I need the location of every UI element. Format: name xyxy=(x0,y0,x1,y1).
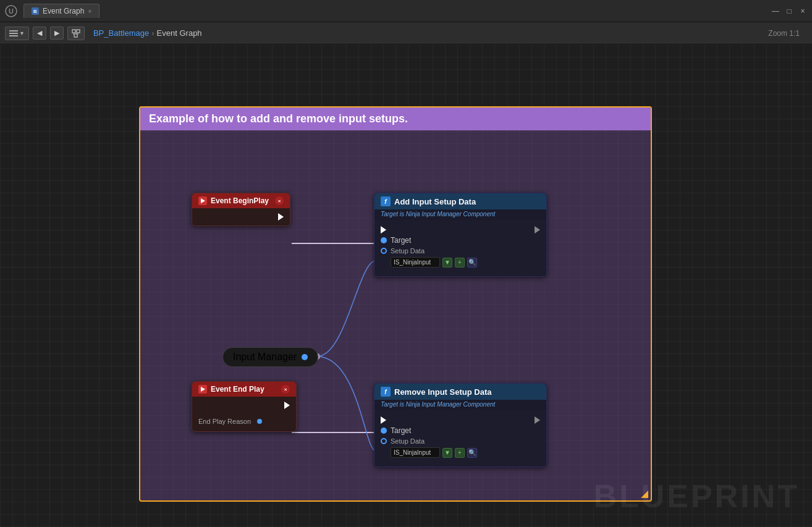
input-manager-output-pin[interactable] xyxy=(302,354,308,360)
remove-setup-data-row: Setup Data xyxy=(381,437,540,445)
remove-setup-data-input[interactable] xyxy=(391,447,440,458)
ue-logo: U xyxy=(5,5,17,17)
toolbar: ▼ ◀ ▶ BP_Battlemage › Event Graph Zoom 1… xyxy=(0,22,812,44)
add-setup-data-input-row: ▼ + 🔍 xyxy=(381,257,540,268)
add-target-label: Target xyxy=(391,236,411,245)
svg-rect-5 xyxy=(9,33,18,34)
end-play-reason-label: End Play Reason xyxy=(198,418,251,425)
svg-rect-9 xyxy=(74,34,77,37)
add-exec-in-pin[interactable] xyxy=(381,226,386,234)
add-input-setup-title: Add Input Setup Data xyxy=(394,197,476,206)
add-setup-data-pin[interactable] xyxy=(381,248,387,254)
add-input-setup-subtitle: Target is Ninja Input Manager Component xyxy=(374,209,546,220)
remove-setup-data-input-row: ▼ + 🔍 xyxy=(381,447,540,458)
add-setup-data-input[interactable] xyxy=(391,257,440,268)
event-end-play-header: Event End Play × xyxy=(192,382,296,397)
canvas-area[interactable]: Example of how to add and remove input s… xyxy=(0,44,812,527)
remove-target-pin[interactable] xyxy=(381,428,387,434)
remove-setup-data-pin[interactable] xyxy=(381,438,387,444)
add-input-setup-node[interactable]: f Add Input Setup Data Target is Ninja I… xyxy=(374,193,547,277)
remove-setup-data-search[interactable]: 🔍 xyxy=(467,448,477,458)
exec-out-pin-end[interactable] xyxy=(284,402,290,409)
remove-setup-data-actions: ▼ + 🔍 xyxy=(442,448,477,458)
hierarchy-btn[interactable] xyxy=(67,27,85,40)
remove-exec-out-pin[interactable] xyxy=(535,416,540,424)
comment-resize-corner[interactable] xyxy=(641,491,648,498)
input-manager-label: Input Manager xyxy=(233,352,297,363)
zoom-level: Zoom 1:1 xyxy=(768,29,800,38)
event-begin-play-node[interactable]: Event BeginPlay × xyxy=(192,193,290,226)
add-input-setup-header: f Add Input Setup Data xyxy=(374,193,546,209)
back-btn[interactable]: ◀ xyxy=(33,27,46,40)
event-end-play-close[interactable]: × xyxy=(281,385,290,394)
event-end-icon xyxy=(198,385,207,394)
event-end-play-body xyxy=(192,397,296,414)
add-target-pin[interactable] xyxy=(381,237,387,243)
comment-text: Example of how to add and remove input s… xyxy=(149,112,408,125)
add-target-row: Target xyxy=(381,236,540,245)
hierarchy-icon xyxy=(72,29,80,38)
input-manager-node[interactable]: Input Manager xyxy=(222,347,318,367)
event-begin-play-title: Event BeginPlay xyxy=(211,196,269,205)
close-btn[interactable]: × xyxy=(798,7,807,15)
add-setup-data-search[interactable]: 🔍 xyxy=(467,258,477,268)
remove-input-setup-subtitle: Target is Ninja Input Manager Component xyxy=(374,400,546,410)
breadcrumb-root[interactable]: BP_Battlemage xyxy=(93,28,149,38)
function-icon-remove: f xyxy=(381,387,391,397)
remove-setup-data-label: Setup Data xyxy=(391,437,425,445)
svg-rect-4 xyxy=(9,30,18,32)
breadcrumb-separator: › xyxy=(151,28,154,38)
svg-marker-15 xyxy=(201,198,205,203)
svg-marker-16 xyxy=(201,387,205,392)
add-setup-data-label: Setup Data xyxy=(391,247,425,255)
add-setup-data-actions: ▼ + 🔍 xyxy=(442,258,477,268)
add-setup-data-dropdown[interactable]: ▼ xyxy=(442,258,452,268)
svg-text:B: B xyxy=(33,9,37,14)
event-graph-tab[interactable]: B Event Graph × xyxy=(23,4,99,18)
remove-input-setup-title: Remove Input Setup Data xyxy=(394,387,491,397)
remove-exec-in-pin[interactable] xyxy=(381,416,386,424)
remove-exec-row xyxy=(381,416,540,424)
add-setup-data-add[interactable]: + xyxy=(455,258,465,268)
event-begin-icon xyxy=(198,196,207,205)
event-begin-play-header: Event BeginPlay × xyxy=(192,193,290,208)
event-begin-play-close[interactable]: × xyxy=(275,196,284,205)
remove-setup-data-dropdown[interactable]: ▼ xyxy=(442,448,452,458)
end-play-reason-pin[interactable] xyxy=(257,419,262,424)
remove-input-setup-header: f Remove Input Setup Data xyxy=(374,384,546,400)
hamburger-icon xyxy=(9,29,18,38)
remove-input-setup-body: Target Setup Data ▼ + 🔍 xyxy=(374,410,546,466)
remove-target-row: Target xyxy=(381,426,540,435)
svg-text:U: U xyxy=(9,7,14,15)
function-icon: f xyxy=(381,196,391,206)
end-play-reason-row: End Play Reason xyxy=(192,414,296,431)
exec-out-pin[interactable] xyxy=(278,213,284,221)
window-controls: — □ × xyxy=(771,7,807,15)
tab-close-btn[interactable]: × xyxy=(88,8,91,15)
svg-rect-6 xyxy=(9,35,18,36)
tab-label: Event Graph xyxy=(43,7,84,15)
maximize-btn[interactable]: □ xyxy=(785,7,793,15)
forward-btn[interactable]: ▶ xyxy=(50,27,64,40)
remove-setup-data-add[interactable]: + xyxy=(455,448,465,458)
breadcrumb: BP_Battlemage › Event Graph xyxy=(93,28,202,38)
remove-input-setup-node[interactable]: f Remove Input Setup Data Target is Ninj… xyxy=(374,383,547,467)
add-input-setup-body: Target Setup Data ▼ + 🔍 xyxy=(374,220,546,276)
event-end-play-node[interactable]: Event End Play × End Play Reason xyxy=(192,381,297,432)
blueprint-tab-icon: B xyxy=(32,7,39,15)
remove-target-label: Target xyxy=(391,426,411,435)
add-exec-out-pin[interactable] xyxy=(535,226,540,234)
event-end-play-title: Event End Play xyxy=(211,385,264,394)
add-exec-row xyxy=(381,226,540,234)
menu-btn[interactable]: ▼ xyxy=(5,27,29,40)
event-begin-play-body xyxy=(192,208,290,226)
add-setup-data-row: Setup Data xyxy=(381,247,540,255)
breadcrumb-current: Event Graph xyxy=(157,28,202,38)
svg-rect-8 xyxy=(77,30,80,33)
comment-header: Example of how to add and remove input s… xyxy=(140,108,651,130)
title-bar: U B Event Graph × — □ × xyxy=(0,0,812,22)
svg-rect-7 xyxy=(72,30,75,33)
minimize-btn[interactable]: — xyxy=(771,7,780,15)
